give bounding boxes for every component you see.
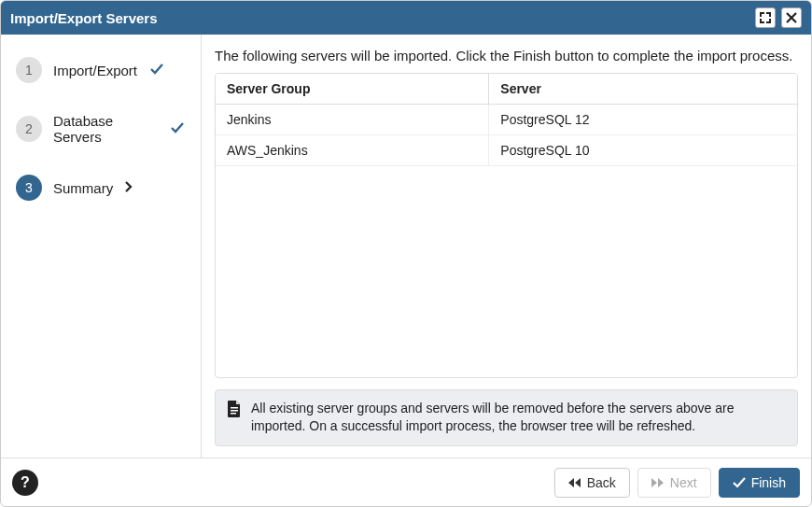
table-empty-space	[216, 166, 797, 377]
intro-text: The following servers will be imported. …	[215, 48, 798, 63]
table-row: AWS_Jenkins PostgreSQL 10	[216, 135, 797, 166]
step-database-servers[interactable]: 2 Database Servers	[12, 106, 189, 152]
close-button[interactable]	[781, 7, 802, 28]
close-icon	[786, 12, 797, 23]
servers-table: Server Group Server Jenkins PostgreSQL 1…	[216, 74, 797, 166]
footer-buttons: Back Next Finish	[554, 468, 800, 498]
fast-forward-icon	[651, 477, 665, 488]
col-server-group: Server Group	[216, 74, 489, 105]
dialog-body: 1 Import/Export 2 Database Servers 3 Sum…	[1, 35, 811, 458]
next-label: Next	[670, 475, 697, 490]
step-number: 1	[16, 57, 42, 83]
cell-server-group: AWS_Jenkins	[216, 135, 489, 166]
titlebar-buttons	[755, 7, 802, 28]
notice-text: All existing server groups and servers w…	[251, 400, 786, 436]
wizard-sidebar: 1 Import/Export 2 Database Servers 3 Sum…	[1, 35, 202, 458]
help-button[interactable]: ?	[12, 470, 38, 496]
check-icon	[733, 477, 746, 488]
servers-table-wrap: Server Group Server Jenkins PostgreSQL 1…	[215, 73, 798, 378]
check-icon	[148, 61, 165, 80]
rewind-icon	[568, 477, 581, 488]
step-label: Import/Export	[53, 63, 137, 78]
cell-server: PostgreSQL 10	[489, 135, 797, 166]
titlebar: Import/Export Servers	[1, 1, 811, 35]
table-row: Jenkins PostgreSQL 12	[216, 105, 797, 135]
maximize-button[interactable]	[755, 7, 776, 28]
step-label: Database Servers	[53, 113, 158, 145]
cell-server: PostgreSQL 12	[489, 105, 797, 135]
step-number: 2	[16, 116, 42, 142]
finish-button[interactable]: Finish	[719, 468, 800, 498]
dialog-footer: ? Back Next Finish	[1, 458, 811, 506]
step-label: Summary	[53, 180, 113, 196]
step-import-export[interactable]: 1 Import/Export	[12, 49, 189, 91]
notice-banner: All existing server groups and servers w…	[215, 389, 798, 446]
back-button[interactable]: Back	[554, 468, 630, 498]
dialog-title: Import/Export Servers	[10, 10, 158, 26]
check-icon	[169, 120, 186, 139]
col-server: Server	[489, 74, 797, 105]
main-panel: The following servers will be imported. …	[202, 35, 811, 458]
maximize-icon	[760, 12, 771, 23]
document-icon	[227, 401, 242, 436]
chevron-right-icon	[124, 180, 133, 196]
next-button: Next	[637, 468, 711, 498]
cell-server-group: Jenkins	[216, 105, 489, 135]
help-icon: ?	[21, 474, 30, 491]
finish-label: Finish	[751, 475, 786, 490]
step-number: 3	[16, 175, 42, 201]
back-label: Back	[587, 475, 616, 490]
step-summary[interactable]: 3 Summary	[12, 167, 189, 208]
import-export-dialog: Import/Export Servers 1 Import/Export 2 …	[0, 0, 812, 507]
